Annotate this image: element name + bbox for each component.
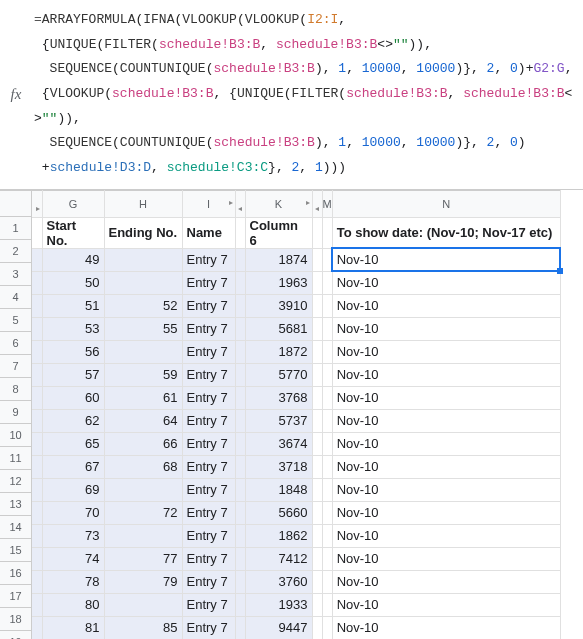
- cell[interactable]: [235, 524, 245, 547]
- row-header[interactable]: 5: [0, 309, 32, 332]
- cell[interactable]: Ending No.: [104, 217, 182, 248]
- cell[interactable]: [32, 547, 42, 570]
- cell[interactable]: [32, 363, 42, 386]
- cell[interactable]: [235, 363, 245, 386]
- cell[interactable]: Nov-10: [332, 570, 560, 593]
- cell[interactable]: [322, 386, 332, 409]
- cell[interactable]: [32, 271, 42, 294]
- cell[interactable]: Entry 7: [182, 547, 235, 570]
- cell[interactable]: [104, 340, 182, 363]
- cell[interactable]: Nov-10: [332, 501, 560, 524]
- cell[interactable]: [235, 593, 245, 616]
- cell[interactable]: Entry 7: [182, 317, 235, 340]
- row-header[interactable]: 13: [0, 493, 32, 516]
- cell[interactable]: 85: [104, 616, 182, 639]
- row-header[interactable]: 4: [0, 286, 32, 309]
- row-header[interactable]: 7: [0, 355, 32, 378]
- cell[interactable]: [235, 616, 245, 639]
- cell[interactable]: [235, 455, 245, 478]
- cell[interactable]: [32, 501, 42, 524]
- cell[interactable]: Entry 7: [182, 616, 235, 639]
- cell[interactable]: 5770: [245, 363, 312, 386]
- cell[interactable]: [235, 294, 245, 317]
- row-header[interactable]: 1: [0, 217, 32, 240]
- cell[interactable]: [312, 317, 322, 340]
- cell[interactable]: Nov-10: [332, 547, 560, 570]
- cell[interactable]: Nov-10: [332, 409, 560, 432]
- cell[interactable]: 7412: [245, 547, 312, 570]
- col-header-i[interactable]: I▸: [182, 190, 235, 217]
- cell[interactable]: Entry 7: [182, 363, 235, 386]
- cell[interactable]: [312, 248, 322, 271]
- cell[interactable]: [235, 386, 245, 409]
- cell[interactable]: [32, 570, 42, 593]
- cell[interactable]: [312, 593, 322, 616]
- cell[interactable]: 74: [42, 547, 104, 570]
- cell[interactable]: 1933: [245, 593, 312, 616]
- cell[interactable]: 66: [104, 432, 182, 455]
- cell[interactable]: [312, 340, 322, 363]
- cell[interactable]: Nov-10: [332, 363, 560, 386]
- cell[interactable]: [104, 593, 182, 616]
- cell[interactable]: [32, 217, 42, 248]
- row-header[interactable]: 14: [0, 516, 32, 539]
- cell[interactable]: [32, 248, 42, 271]
- cell[interactable]: [322, 432, 332, 455]
- cell[interactable]: Entry 7: [182, 271, 235, 294]
- cell[interactable]: 9447: [245, 616, 312, 639]
- row-header[interactable]: 16: [0, 562, 32, 585]
- cell[interactable]: 73: [42, 524, 104, 547]
- cell[interactable]: [322, 570, 332, 593]
- cell[interactable]: Entry 7: [182, 570, 235, 593]
- cell[interactable]: 51: [42, 294, 104, 317]
- cell[interactable]: [312, 616, 322, 639]
- cell[interactable]: [312, 409, 322, 432]
- cell[interactable]: Entry 7: [182, 593, 235, 616]
- cell[interactable]: [235, 570, 245, 593]
- cell[interactable]: [312, 501, 322, 524]
- cell[interactable]: 3910: [245, 294, 312, 317]
- cell[interactable]: [322, 501, 332, 524]
- cell[interactable]: 53: [42, 317, 104, 340]
- cell[interactable]: 81: [42, 616, 104, 639]
- cell[interactable]: 59: [104, 363, 182, 386]
- cell[interactable]: Entry 7: [182, 524, 235, 547]
- cell[interactable]: Entry 7: [182, 248, 235, 271]
- cell[interactable]: [322, 593, 332, 616]
- cell[interactable]: 1848: [245, 478, 312, 501]
- cell[interactable]: Nov-10: [332, 271, 560, 294]
- cell[interactable]: 1862: [245, 524, 312, 547]
- cell[interactable]: [312, 570, 322, 593]
- cell[interactable]: [312, 455, 322, 478]
- cell[interactable]: [312, 524, 322, 547]
- col-header-n[interactable]: N: [332, 190, 560, 217]
- cell[interactable]: 5660: [245, 501, 312, 524]
- col-header-hidden[interactable]: ◂: [235, 190, 245, 217]
- cell[interactable]: Nov-10: [332, 432, 560, 455]
- select-all-corner[interactable]: [0, 190, 32, 217]
- cell[interactable]: [312, 363, 322, 386]
- cell[interactable]: 50: [42, 271, 104, 294]
- cell[interactable]: [32, 340, 42, 363]
- cell[interactable]: [32, 478, 42, 501]
- cell[interactable]: 57: [42, 363, 104, 386]
- cell[interactable]: [322, 455, 332, 478]
- cell[interactable]: 1872: [245, 340, 312, 363]
- cell[interactable]: [235, 340, 245, 363]
- cell[interactable]: 5681: [245, 317, 312, 340]
- cell[interactable]: Nov-10: [332, 524, 560, 547]
- cell[interactable]: [322, 217, 332, 248]
- cell[interactable]: [322, 271, 332, 294]
- cell[interactable]: Nov-10: [332, 455, 560, 478]
- row-header[interactable]: 11: [0, 447, 32, 470]
- cell[interactable]: 78: [42, 570, 104, 593]
- cell[interactable]: [235, 409, 245, 432]
- cell[interactable]: [322, 317, 332, 340]
- cell[interactable]: [322, 524, 332, 547]
- row-header[interactable]: 18: [0, 608, 32, 631]
- cell[interactable]: Nov-10: [332, 248, 560, 271]
- cell[interactable]: [312, 271, 322, 294]
- row-header[interactable]: 6: [0, 332, 32, 355]
- cell[interactable]: [322, 547, 332, 570]
- cell[interactable]: [322, 363, 332, 386]
